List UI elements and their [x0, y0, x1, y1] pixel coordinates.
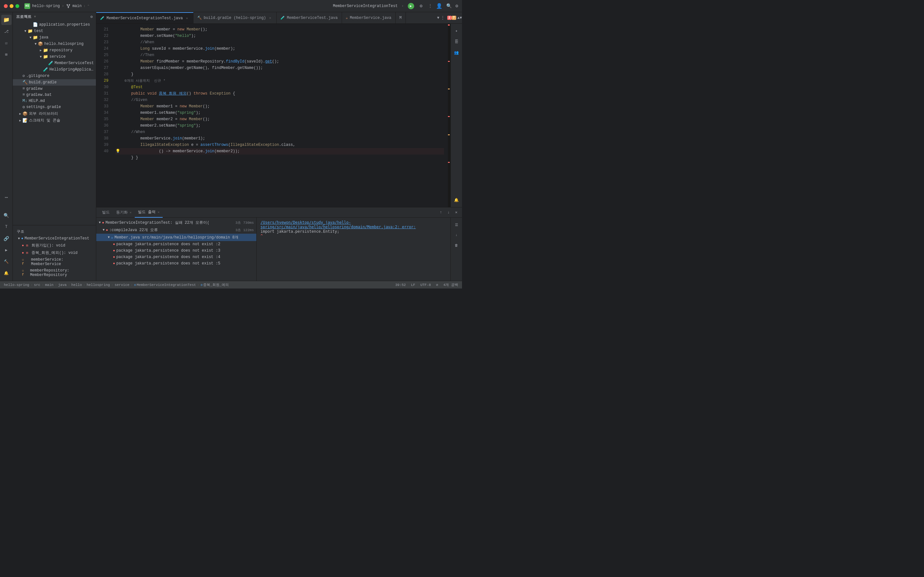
tree-item-gradlew[interactable]: ≡ gradlew [13, 85, 96, 92]
tab-bar: 🧪 MemberServiceIntegrationTest.java ✕ 🔨 … [96, 12, 462, 24]
tab-member-service-integration-test[interactable]: 🧪 MemberServiceIntegrationTest.java ✕ [96, 12, 194, 24]
build-item-error-4[interactable]: ● package jakarta.persistence does not e… [96, 254, 256, 260]
tab-member-service-test[interactable]: 🧪 MemberServiceTest.java [276, 12, 342, 24]
output-caret-line: ^ [260, 234, 447, 238]
find-icon[interactable]: 🔍 [1, 210, 11, 221]
maximize-button[interactable] [15, 4, 19, 8]
tab-overflow-button[interactable]: ▼ ⋮ [435, 15, 447, 20]
status-position[interactable]: 39:52 [395, 283, 406, 287]
status-indent[interactable]: 4개 공백 [443, 282, 458, 287]
ai-chat-icon[interactable]: ✦ [452, 26, 461, 35]
bc-main: main [45, 283, 53, 287]
structure-method-join[interactable]: ● m 회원가입(): void [13, 242, 96, 249]
panel-close-btn[interactable]: ✕ [453, 210, 459, 216]
tab-close-active[interactable]: ✕ [185, 16, 189, 21]
tree-item-hello-hellospring[interactable]: ▼ 📦 hello.hellospring [13, 41, 96, 47]
panel-up-btn[interactable]: ↑ [438, 210, 444, 216]
editor-content: 21 22 23 24 25 26 27 28 29 30 31 32 33 3… [96, 24, 462, 207]
tree-item-settings-gradle[interactable]: ⚙ settings.gradle [13, 104, 96, 110]
build-item-compile-java[interactable]: ▼ ● :compileJava 22개 오류 3초 122ms [96, 226, 256, 234]
structure-field-member-service[interactable]: ○ f memberService: MemberService [13, 256, 96, 268]
code-line-35: member2.setName("spring"); [115, 122, 444, 129]
build-failure-icon: ● [102, 221, 104, 225]
bc-hello: hello [71, 283, 82, 287]
bottom-tab-build-label: 빌드 [102, 210, 110, 215]
tree-item-java[interactable]: ▼ 📁 java [13, 34, 96, 41]
scroll-indicator[interactable] [448, 24, 451, 207]
settings-icon[interactable]: ⚙ [456, 3, 458, 9]
bottom-tab-bar: 빌드 동기화 ✕ 빌드 출력 ✕ ↑ ↓ ✕ [96, 207, 462, 218]
build-item-error-2[interactable]: ● package jakarta.persistence does not e… [96, 241, 256, 247]
terminal-icon[interactable]: ▶ [1, 245, 11, 255]
tab-close-build[interactable]: ✕ [268, 16, 272, 20]
bottom-tab-output-label: 빌드 출력 [138, 210, 156, 215]
field-member-service-label: memberService: MemberService [31, 258, 92, 266]
code-area[interactable]: Member member = new Member(); member.set… [111, 24, 448, 207]
bottom-tab-build-output[interactable]: 빌드 출력 ✕ [135, 207, 163, 218]
todo-icon[interactable]: ☑ [1, 38, 11, 48]
build-item-member-java[interactable]: ▼ ☕ Member.java src/main/java/hello/hell… [96, 234, 256, 241]
notifications-icon[interactable]: 🔔 [1, 268, 11, 278]
tree-item-test[interactable]: ▼ 📁 test [13, 28, 96, 34]
code-with-me-icon[interactable]: 👥 [452, 48, 461, 57]
status-line-ending[interactable]: LF [411, 283, 415, 287]
structure-icon[interactable]: ⊞ [1, 49, 11, 60]
build-icon[interactable]: 🔨 [1, 256, 11, 267]
bottom-panel-icon-1[interactable]: ☰ [452, 220, 461, 229]
tab-member-service[interactable]: ☕ MemberService.java [342, 12, 396, 24]
panel-down-btn[interactable]: ↓ [445, 210, 452, 216]
bottom-panel-icon-2[interactable]: ↓ [452, 230, 461, 239]
bottom-panel-icon-3[interactable]: 🗑 [452, 241, 461, 250]
build-item-error-5[interactable]: ● package jakarta.persistence does not e… [96, 260, 256, 267]
structure-method-duplicate[interactable]: ● m 중복_회원_예외(): void [13, 249, 96, 256]
notifications-panel-icon[interactable]: 🔔 [452, 195, 461, 205]
line-numbers: 21 22 23 24 25 26 27 28 29 30 31 32 33 3… [96, 24, 111, 207]
database-panel-icon[interactable]: 🗄 [452, 37, 461, 46]
tree-item-hello-spring-tests[interactable]: 🧪 HelloSpringApplicationTests [13, 66, 96, 73]
tree-item-gradlew-bat[interactable]: ≡ gradlew.bat [13, 92, 96, 98]
tab-more[interactable]: M [396, 12, 406, 24]
bottom-tab-sync-close[interactable]: ✕ [129, 211, 132, 214]
debug-button[interactable]: ⚙ [418, 3, 425, 9]
bottom-tab-sync[interactable]: 동기화 ✕ [113, 207, 135, 218]
output-import-line: import jakarta.persistence.Entity; [260, 229, 447, 234]
sidebar-gear-icon[interactable]: ⚙ [90, 15, 93, 19]
code-info-line: 0개의 사용위치 신규 * [115, 77, 444, 84]
tree-item-help-md[interactable]: M↓ HELP.md [13, 98, 96, 104]
nav-up-icon[interactable]: ▲ [457, 16, 460, 20]
tree-item-service[interactable]: ▼ 📁 service [13, 53, 96, 60]
minimize-button[interactable] [10, 4, 13, 8]
more-menu-button[interactable]: ⋮ [428, 3, 432, 8]
tree-item-build-gradle[interactable]: 🔨 build.gradle [13, 79, 96, 85]
tree-item-application-properties[interactable]: 📄 application.properties [13, 21, 96, 28]
tree-item-external-libraries[interactable]: ▶ 📦 외부 라이브러리 [13, 110, 96, 117]
close-button[interactable] [4, 4, 8, 8]
build-items-list: ▼ ● MemberServiceIntegrationTest: 실패 22개… [96, 218, 257, 281]
structure-class-item[interactable]: ▼ ● MemberServiceIntegrationTest [13, 235, 96, 242]
more-tools-icon[interactable]: ⋯ [1, 192, 11, 203]
nav-down-icon[interactable]: ▼ [460, 16, 462, 20]
vcs-icon[interactable]: ⎇ [1, 26, 11, 37]
database-icon[interactable]: 🔗 [1, 234, 11, 243]
code-line-24: Long saveId = memberService.join(member)… [115, 45, 444, 52]
project-title[interactable]: HS hello-spring › main ↕ ⌃ [24, 3, 89, 9]
tree-item-gitignore[interactable]: ⊘ .gitignore [13, 73, 96, 79]
code-line-33: member1.setName("spring"); [115, 110, 444, 116]
status-encoding[interactable]: UTF-8 [420, 283, 431, 287]
sidebar-project-icon[interactable]: 📁 [1, 15, 11, 25]
error-5-icon: ● [113, 261, 115, 266]
build-item-test-failure[interactable]: ▼ ● MemberServiceIntegrationTest: 실패 22개… [96, 219, 256, 226]
format-icon[interactable]: T [1, 222, 11, 232]
search-icon[interactable]: 🔍 [446, 3, 452, 9]
user-icon[interactable]: 👤 [436, 3, 443, 9]
structure-field-member-repo[interactable]: ○ f memberRepository: MemberRepository [13, 268, 96, 278]
tree-item-member-service-test[interactable]: 🧪 MemberServiceTest [13, 60, 96, 66]
tree-item-repository[interactable]: ▶ 📁 repository [13, 47, 96, 53]
build-item-error-3[interactable]: ● package jakarta.persistence does not e… [96, 247, 256, 254]
bottom-tab-build[interactable]: 빌드 [99, 207, 113, 218]
tree-item-scratches[interactable]: ▶ 📝 스크래치 및 콘솔 [13, 117, 96, 124]
run-button[interactable]: ▶ [408, 3, 414, 9]
sidebar-title: 프로젝트 [16, 14, 31, 19]
bottom-tab-output-close[interactable]: ✕ [158, 210, 160, 214]
tab-build-gradle[interactable]: 🔨 build.gradle (hello-spring) ✕ [194, 12, 276, 24]
